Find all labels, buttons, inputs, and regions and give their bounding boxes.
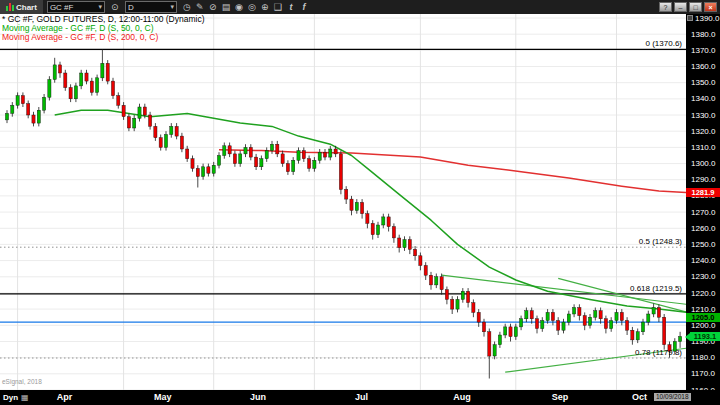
x-axis-month-label: Jul — [355, 392, 368, 402]
date-marker: 10/09/2018 — [654, 393, 691, 401]
calendar-grid-icon[interactable]: ▦ — [21, 393, 29, 402]
candle-body — [260, 159, 263, 167]
candle-body — [111, 81, 114, 96]
chat-icon[interactable]: ❑ — [272, 0, 284, 14]
candle-body — [48, 80, 51, 98]
fib-level-label: 0.78 (1179.8) — [635, 348, 682, 357]
y-axis-tick: 1290.0 — [691, 175, 715, 184]
candle-body — [5, 113, 8, 120]
candle-body — [615, 312, 618, 320]
esignal-watermark: eSignal, 2018 — [2, 378, 42, 385]
y-axis-tick: 1350.0 — [691, 78, 715, 87]
facebook-icon[interactable]: f — [298, 0, 310, 14]
candle-body — [419, 256, 422, 266]
candle-body — [318, 152, 321, 160]
candle-body — [164, 135, 167, 148]
quote-icon[interactable]: ⊙ — [109, 0, 121, 14]
candlestick-plot[interactable]: 0 (1370.6)0.5 (1248.3)0.618 (1219.5)0.78… — [0, 14, 686, 390]
candle-body — [11, 105, 14, 113]
candle-body — [37, 110, 40, 123]
y-axis-tick: 1250.0 — [691, 240, 715, 249]
candle-body — [244, 147, 247, 154]
candle-body — [604, 319, 607, 329]
candle-body — [345, 189, 348, 199]
restore-button[interactable]: □ — [689, 2, 702, 12]
notes-icon[interactable]: ▤ — [220, 0, 232, 14]
tab-chart[interactable]: Chart — [0, 0, 43, 14]
candle-body — [286, 164, 289, 172]
candle-body — [551, 312, 554, 320]
candle-body — [525, 311, 528, 319]
axis-settings-icon[interactable] — [687, 15, 693, 21]
candle-body — [281, 154, 284, 164]
minimize-button[interactable]: – — [674, 2, 687, 12]
candle-body — [509, 327, 512, 337]
close-button[interactable]: × — [704, 2, 717, 12]
candle-body — [626, 321, 629, 331]
chart-tab-label: Chart — [16, 3, 37, 12]
candle-body — [546, 312, 549, 320]
window-controls: ?–□× — [659, 2, 717, 12]
candle-body — [196, 168, 199, 176]
candle-body — [149, 115, 152, 126]
candle-body — [456, 299, 459, 309]
candle-body — [398, 238, 401, 248]
candle-body — [679, 337, 682, 342]
candle-body — [594, 311, 597, 318]
interval-dropdown[interactable]: D ▾ — [125, 1, 177, 13]
candle-body — [191, 159, 194, 169]
candle-body — [239, 154, 242, 164]
candle-body — [32, 115, 35, 123]
candle-body — [154, 126, 157, 137]
candle-body — [64, 73, 67, 88]
circle-icon[interactable]: ◎ — [246, 0, 258, 14]
interval-value: D — [128, 3, 134, 12]
candle-body — [265, 151, 268, 159]
candle-body — [43, 97, 46, 110]
candle-body — [567, 314, 570, 322]
candle-body — [255, 157, 258, 167]
candle-body — [302, 151, 305, 159]
toolbar: Chart GC #F ▾ ⊙ D ▾ ◷✎⊘▤◉◎⊕❑tf ?–□× — [0, 0, 720, 14]
candle-body — [652, 308, 655, 315]
ma50-line — [55, 110, 686, 312]
pencil-icon[interactable]: ✎ — [194, 0, 206, 14]
candle-body — [583, 316, 586, 326]
candle-body — [80, 73, 83, 86]
candle-body — [350, 199, 353, 210]
help-button[interactable]: ? — [659, 2, 672, 12]
candle-body — [657, 308, 660, 318]
eraser-icon[interactable]: ⊘ — [207, 0, 219, 14]
clock-icon[interactable]: ◷ — [181, 0, 193, 14]
candle-body — [361, 202, 364, 213]
candle-body — [631, 330, 634, 340]
symbol-dropdown[interactable]: GC #F ▾ — [47, 1, 105, 13]
chart-area[interactable]: 0 (1370.6)0.5 (1248.3)0.618 (1219.5)0.78… — [0, 14, 686, 390]
y-axis-tick: 1230.0 — [691, 272, 715, 281]
candle-body — [207, 167, 210, 174]
candle-body — [217, 156, 220, 166]
y-axis-tick: 1220.0 — [691, 289, 715, 298]
link-icon[interactable]: ⊕ — [259, 0, 271, 14]
candle-body — [562, 322, 565, 330]
twitter-icon[interactable]: t — [285, 0, 297, 14]
candle-body — [498, 335, 501, 345]
time-axis[interactable]: Dyn ▦ 10/09/2018 AprMayJunJulAugSepOct — [0, 390, 720, 405]
chevron-down-icon: ▾ — [170, 3, 174, 11]
indicator-price-badge: 1281.9 — [686, 188, 720, 197]
candle-body — [366, 214, 369, 224]
candle-body — [175, 126, 178, 136]
target-icon[interactable]: ◉ — [233, 0, 245, 14]
candle-body — [223, 146, 226, 156]
candle-body — [414, 249, 417, 256]
candle-body — [186, 149, 189, 159]
fib-level-label: 0.618 (1219.5) — [630, 284, 682, 293]
candle-body — [355, 202, 358, 210]
candle-body — [233, 154, 236, 164]
candle-body — [445, 290, 448, 300]
candle-body — [641, 322, 644, 332]
price-axis[interactable]: 1390.01380.01370.01360.01350.01340.01330… — [686, 14, 720, 390]
dyn-mode-button[interactable]: Dyn — [3, 393, 18, 402]
y-axis-tick: 1260.0 — [691, 224, 715, 233]
candle-body — [21, 96, 24, 104]
